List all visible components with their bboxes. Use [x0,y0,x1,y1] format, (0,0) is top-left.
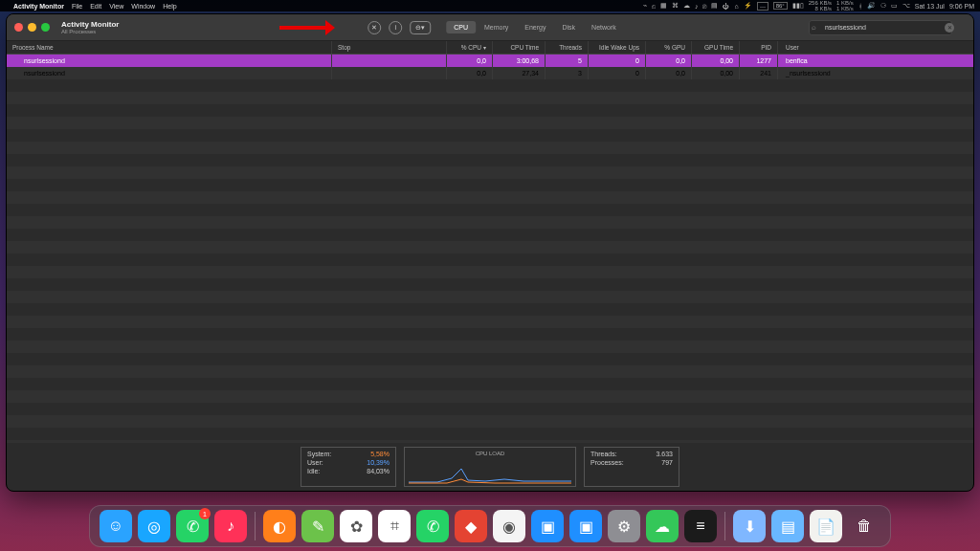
wifi-icon[interactable]: ⚆ [880,2,886,10]
col-user[interactable]: User [778,41,973,54]
menu-window[interactable]: Window [131,3,155,10]
dock-screenshare2-icon[interactable]: ▣ [569,510,602,542]
col-gpu-percent[interactable]: % GPU [646,41,692,54]
status-icon[interactable]: ⌘ [672,2,679,10]
empty-row [7,179,973,191]
empty-row [7,154,973,166]
dock-whatsapp-icon[interactable]: ✆1 [176,510,209,542]
clear-search-icon[interactable]: ✕ [945,23,954,33]
empty-row [7,316,973,328]
dock-trash-icon[interactable]: 🗑 [848,510,880,542]
dock-slack-icon[interactable]: ⌗ [378,510,411,542]
window-titlebar: Activity Monitor All Processes ✕ i ⊖▾ CP… [7,14,973,41]
process-table-header: Process Name Stop % CPU CPU Time Threads… [7,41,973,55]
cell-gpu: 0,0 [646,67,692,79]
dock-safari-like-icon[interactable]: ◎ [138,510,170,542]
dock-badge: 1 [199,508,211,519]
status-icon[interactable]: ⏻ [723,3,729,10]
tab-cpu[interactable]: CPU [446,21,476,33]
status-icon[interactable]: ▦ [660,2,667,10]
status-icon[interactable]: ⋯ [757,2,768,11]
menu-edit[interactable]: Edit [90,3,101,10]
dock-photos-icon[interactable]: ✿ [340,510,372,542]
menu-view[interactable]: View [109,3,123,10]
dock-separator [255,512,256,540]
col-cpu-time[interactable]: CPU Time [493,41,546,54]
status-icon[interactable]: ▮▮▯ [792,2,804,10]
menu-file[interactable]: File [72,3,82,10]
empty-row [7,79,973,92]
status-icon[interactable]: ⚡ [744,2,752,10]
empty-row [7,341,973,353]
inspect-process-icon[interactable]: i [389,21,402,34]
tab-disk[interactable]: Disk [554,21,583,33]
dock-settings-icon[interactable]: ⚙ [608,510,640,542]
dock-folder-icon[interactable]: ▤ [771,510,804,542]
zoom-window-button[interactable] [41,23,50,32]
dock-screenshare1-icon[interactable]: ▣ [531,510,564,542]
options-gear-icon[interactable]: ⊖▾ [410,21,431,34]
stop-process-icon[interactable]: ✕ [368,21,381,34]
col-threads[interactable]: Threads [546,41,589,54]
empty-row [7,129,973,142]
dock-todoist-icon[interactable]: ◆ [455,510,487,542]
empty-row [7,204,973,216]
tab-memory[interactable]: Memory [477,21,516,33]
menubar-date[interactable]: Sat 13 Jul [915,3,945,10]
dock-activity-monitor-icon[interactable]: ≡ [684,510,717,542]
status-icon[interactable]: ⌂ [734,3,738,10]
cell-threads: 5 [546,55,589,67]
table-row[interactable]: nsurlsessiond0,03:00,68500,00,001277benf… [7,55,973,67]
close-window-button[interactable] [14,23,23,32]
control-center-icon[interactable]: ⌥ [902,2,910,10]
tab-network[interactable]: Network [584,21,624,33]
col-idle-wake-ups[interactable]: Idle Wake Ups [589,41,646,54]
dock-music-icon[interactable]: ♪ [214,510,247,542]
cell-gpu-time: 0,00 [692,67,740,79]
empty-row [7,303,973,316]
col-gpu-time[interactable]: GPU Time [692,41,740,54]
minimize-window-button[interactable] [28,23,36,32]
volume-icon[interactable]: 🔊 [867,2,876,10]
status-icon[interactable]: ▤ [711,2,718,10]
dock-1password-icon[interactable]: ◉ [493,510,525,542]
status-icon[interactable]: ⌁ [643,2,647,10]
window-title: Activity Monitor [61,21,119,29]
empty-row [7,415,973,428]
menu-help[interactable]: Help [163,3,176,10]
status-temp[interactable]: 86° [773,2,788,10]
cell-idle: 0 [589,67,646,79]
cell-cpu: 0,0 [447,55,493,67]
col-stop[interactable]: Stop [332,41,447,54]
dock-firefox-icon[interactable]: ◐ [263,510,296,542]
dock-textedit-icon[interactable]: 📄 [810,510,842,542]
status-icon[interactable]: ⎚ [702,3,706,10]
empty-row [7,229,973,241]
status-icon[interactable]: ♪ [695,3,699,10]
tab-energy[interactable]: Energy [517,21,553,33]
bluetooth-icon[interactable]: ᚼ [858,3,862,10]
empty-row [7,253,973,266]
col-process-name[interactable]: Process Name [7,41,332,54]
footer-value: 797 [661,459,673,466]
footer-key: Threads: [590,451,617,457]
menubar-app-name[interactable]: Activity Monitor [13,3,64,10]
dock-notes-app-icon[interactable]: ✎ [301,510,334,542]
cell-threads: 3 [546,67,589,79]
status-icon[interactable]: ⎌ [652,3,656,10]
empty-row [7,378,973,390]
col-pid[interactable]: PID [740,41,778,54]
table-row[interactable]: nsurlsessiond0,027,34300,00,00241_nsurls… [7,67,973,79]
dock-whatsapp2-icon[interactable]: ✆ [416,510,449,542]
col-cpu-percent[interactable]: % CPU [447,41,493,54]
menubar-time[interactable]: 9:06 PM [949,3,974,10]
battery-icon[interactable]: ▭ [891,2,898,10]
window-subtitle: All Processes [61,29,119,34]
empty-row [7,216,973,229]
dock-appstore-icon[interactable]: ⬇ [733,510,766,542]
system-menubar: Activity Monitor File Edit View Window H… [0,0,980,11]
search-input[interactable] [809,20,952,35]
dock-finder-icon[interactable]: ☺ [100,510,132,542]
dock-messages-icon[interactable]: ☁ [646,510,679,542]
status-icon[interactable]: ☁ [683,2,690,10]
